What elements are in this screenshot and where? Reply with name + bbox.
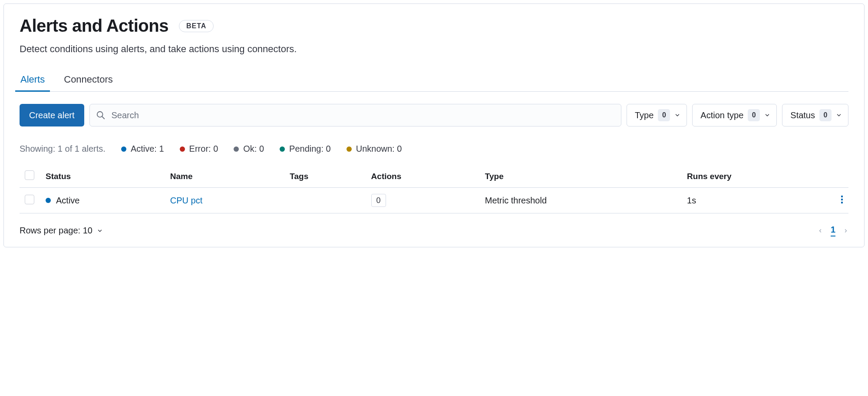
- legend-error: Error: 0: [180, 144, 218, 154]
- legend-pending: Pending: 0 Pending: 0: [280, 144, 331, 154]
- row-actions-count: 0: [371, 194, 386, 207]
- chevron-down-icon: [764, 112, 770, 118]
- rows-per-page[interactable]: Rows per page: 10: [20, 226, 103, 236]
- dot-icon: [180, 146, 185, 152]
- filter-action-type-count: 0: [748, 109, 760, 121]
- filter-type-label: Type: [635, 110, 653, 120]
- chevron-down-icon: [836, 112, 842, 118]
- search-input[interactable]: [106, 110, 615, 120]
- pagination: 1: [818, 225, 848, 236]
- dot-icon: [121, 146, 126, 152]
- alert-name-link[interactable]: CPU pct: [170, 196, 202, 205]
- dot-icon: [280, 146, 285, 152]
- col-tags[interactable]: Tags: [284, 166, 366, 188]
- svg-line-1: [102, 116, 104, 119]
- summary-count: Showing: 1 of 1 alerts.: [20, 144, 106, 154]
- create-alert-button[interactable]: Create alert: [20, 104, 84, 126]
- svg-rect-3: [841, 199, 843, 200]
- legend-active: Active: 1: [121, 144, 164, 154]
- next-page-icon[interactable]: [843, 227, 848, 235]
- filter-status-count: 0: [819, 109, 832, 121]
- table-row: Active CPU pct 0 Metric threshold 1s: [20, 188, 848, 213]
- page-subtitle: Detect conditions using alerts, and take…: [20, 43, 848, 55]
- row-type: Metric threshold: [480, 188, 682, 213]
- search-field[interactable]: [89, 104, 621, 126]
- tab-connectors[interactable]: Connectors: [63, 74, 114, 91]
- legend-ok: Ok: 0: [234, 144, 264, 154]
- row-actions-menu-icon[interactable]: [841, 195, 843, 204]
- row-tags: [284, 188, 366, 213]
- row-checkbox[interactable]: [25, 195, 34, 204]
- filter-action-type[interactable]: Action type 0: [692, 104, 777, 126]
- filter-type[interactable]: Type 0: [627, 104, 687, 126]
- tab-alerts[interactable]: Alerts: [20, 74, 46, 91]
- status-dot-icon: [46, 198, 51, 203]
- svg-rect-2: [841, 196, 843, 197]
- svg-rect-4: [841, 202, 843, 203]
- row-status: Active: [56, 196, 79, 206]
- page-title: Alerts and Actions: [20, 16, 168, 36]
- tabs: Alerts Connectors: [20, 74, 848, 92]
- rows-per-page-label: Rows per page: 10: [20, 226, 92, 236]
- prev-page-icon[interactable]: [818, 227, 823, 235]
- filter-action-type-label: Action type: [700, 110, 743, 120]
- select-all-checkbox[interactable]: [25, 170, 34, 180]
- filter-status[interactable]: Status 0: [782, 104, 848, 126]
- alerts-panel: Alerts and Actions BETA Detect condition…: [3, 3, 865, 247]
- filter-status-label: Status: [790, 110, 815, 120]
- col-actions[interactable]: Actions: [366, 166, 480, 188]
- legend-unknown: Unknown: 0: [347, 144, 402, 154]
- col-runs-every[interactable]: Runs every: [682, 166, 835, 188]
- col-status[interactable]: Status: [40, 166, 165, 188]
- col-type[interactable]: Type: [480, 166, 682, 188]
- chevron-down-icon: [674, 112, 680, 118]
- col-name[interactable]: Name: [165, 166, 285, 188]
- search-icon: [96, 110, 106, 120]
- row-runs-every: 1s: [682, 188, 835, 213]
- beta-badge: BETA: [179, 20, 214, 32]
- filter-type-count: 0: [658, 109, 670, 121]
- dot-icon: [347, 146, 352, 152]
- current-page[interactable]: 1: [831, 225, 835, 236]
- chevron-down-icon: [97, 228, 103, 234]
- alerts-table: Status Name Tags Actions Type Runs every: [20, 166, 848, 213]
- dot-icon: [234, 146, 239, 152]
